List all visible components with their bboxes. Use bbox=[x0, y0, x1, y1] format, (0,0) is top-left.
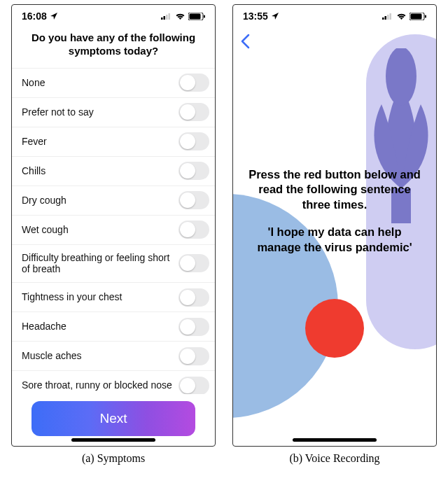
next-button-label: Next bbox=[99, 411, 127, 426]
svg-rect-3 bbox=[169, 13, 171, 20]
list-item-label: Difficulty breathing or feeling short of… bbox=[22, 245, 178, 283]
list-item-label: Muscle aches bbox=[22, 343, 178, 369]
toggle-switch[interactable] bbox=[178, 191, 209, 209]
list-item[interactable]: Prefer not to say bbox=[12, 98, 215, 127]
symptoms-question: Do you have any of the following symptom… bbox=[12, 27, 215, 68]
svg-rect-12 bbox=[411, 13, 422, 19]
toggle-switch[interactable] bbox=[178, 347, 209, 365]
status-right bbox=[161, 13, 205, 20]
voice-instruction-block: Press the red button below and read the … bbox=[233, 167, 436, 255]
svg-rect-13 bbox=[425, 15, 426, 18]
home-indicator[interactable] bbox=[293, 438, 377, 442]
next-button[interactable]: Next bbox=[31, 401, 195, 436]
svg-rect-8 bbox=[385, 16, 387, 20]
list-item[interactable]: Dry cough bbox=[12, 186, 215, 216]
toggle-switch[interactable] bbox=[178, 288, 209, 307]
phone-symptoms: 16:08 Do you have any of the following s bbox=[11, 4, 216, 447]
list-item[interactable]: Wet cough bbox=[12, 216, 215, 245]
svg-rect-5 bbox=[190, 13, 201, 19]
wifi-icon bbox=[396, 13, 407, 20]
voice-read-sentence: 'I hope my data can help manage the viru… bbox=[247, 225, 422, 255]
status-time: 16:08 bbox=[22, 10, 47, 22]
toggle-switch[interactable] bbox=[178, 103, 209, 121]
location-arrow-icon bbox=[271, 12, 279, 20]
caption-b: (b) Voice Recording bbox=[232, 452, 437, 465]
svg-rect-6 bbox=[204, 15, 205, 18]
toggle-switch[interactable] bbox=[178, 254, 209, 272]
svg-rect-7 bbox=[382, 18, 384, 20]
cellular-icon bbox=[161, 13, 172, 20]
list-item-label: Headache bbox=[22, 314, 178, 340]
list-item-label: Fever bbox=[22, 129, 178, 155]
wifi-icon bbox=[175, 13, 186, 20]
record-button[interactable] bbox=[305, 299, 364, 358]
list-item-label: Wet cough bbox=[22, 217, 178, 243]
list-item[interactable]: Difficulty breathing or feeling short of… bbox=[12, 245, 215, 284]
battery-icon bbox=[188, 13, 205, 20]
svg-rect-10 bbox=[390, 13, 392, 20]
toggle-switch[interactable] bbox=[178, 74, 209, 92]
back-button[interactable] bbox=[240, 31, 250, 54]
chevron-left-icon bbox=[240, 34, 250, 49]
figure-container: 16:08 Do you have any of the following s bbox=[0, 0, 448, 447]
phone-voice: 13:55 bbox=[232, 4, 437, 447]
svg-point-15 bbox=[386, 48, 416, 106]
toggle-switch[interactable] bbox=[178, 377, 209, 394]
status-time: 13:55 bbox=[243, 10, 268, 22]
status-right bbox=[382, 13, 426, 20]
list-item[interactable]: Headache bbox=[12, 312, 215, 342]
list-item[interactable]: Sore throat, runny or blocked nose bbox=[12, 371, 215, 394]
list-item[interactable]: Fever bbox=[12, 127, 215, 157]
voice-instruction: Press the red button below and read the … bbox=[247, 167, 422, 212]
toggle-switch[interactable] bbox=[178, 318, 209, 336]
svg-rect-0 bbox=[161, 18, 163, 20]
toggle-switch[interactable] bbox=[178, 220, 209, 239]
list-item[interactable]: Chills bbox=[12, 157, 215, 186]
list-item-label: Dry cough bbox=[22, 188, 178, 214]
status-left: 16:08 bbox=[22, 10, 58, 22]
toggle-switch[interactable] bbox=[178, 132, 209, 150]
list-item-label: Tightness in your chest bbox=[22, 284, 178, 310]
status-bar: 13:55 bbox=[233, 5, 436, 27]
battery-icon bbox=[410, 13, 426, 20]
home-indicator[interactable] bbox=[71, 438, 155, 442]
figure-captions: (a) Symptoms (b) Voice Recording bbox=[0, 447, 448, 465]
caption-a: (a) Symptoms bbox=[11, 452, 216, 465]
voice-recording-stage: Press the red button below and read the … bbox=[233, 27, 436, 446]
symptoms-list[interactable]: None Prefer not to say Fever Chills Dry … bbox=[12, 68, 215, 395]
status-left: 13:55 bbox=[243, 10, 279, 22]
list-item[interactable]: Tightness in your chest bbox=[12, 283, 215, 312]
list-item[interactable]: Muscle aches bbox=[12, 342, 215, 371]
svg-rect-2 bbox=[166, 15, 168, 20]
toggle-switch[interactable] bbox=[178, 162, 209, 180]
cellular-icon bbox=[382, 13, 393, 20]
list-item-label: Prefer not to say bbox=[22, 99, 178, 125]
svg-rect-9 bbox=[387, 15, 389, 20]
location-arrow-icon bbox=[50, 12, 58, 20]
status-bar: 16:08 bbox=[12, 5, 215, 27]
list-item-label: None bbox=[22, 70, 178, 96]
svg-rect-1 bbox=[164, 16, 166, 20]
list-item-label: Sore throat, runny or blocked nose bbox=[22, 372, 178, 394]
list-item-label: Chills bbox=[22, 158, 178, 184]
list-item[interactable]: None bbox=[12, 69, 215, 98]
